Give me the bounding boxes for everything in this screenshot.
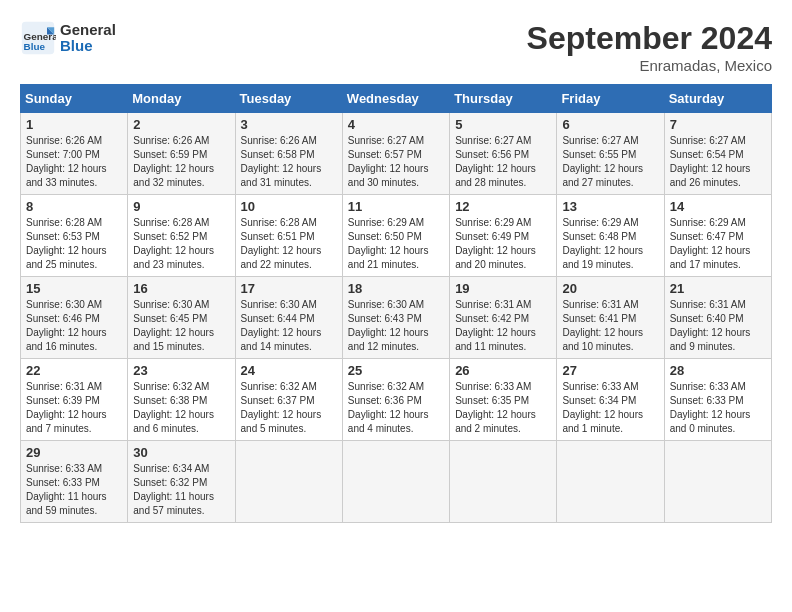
svg-text:Blue: Blue bbox=[24, 41, 46, 52]
day-info: Sunrise: 6:29 AM Sunset: 6:48 PM Dayligh… bbox=[562, 216, 658, 272]
header-tuesday: Tuesday bbox=[235, 85, 342, 113]
calendar-cell: 14Sunrise: 6:29 AM Sunset: 6:47 PM Dayli… bbox=[664, 195, 771, 277]
calendar-cell: 2Sunrise: 6:26 AM Sunset: 6:59 PM Daylig… bbox=[128, 113, 235, 195]
day-number: 15 bbox=[26, 281, 122, 296]
day-info: Sunrise: 6:33 AM Sunset: 6:34 PM Dayligh… bbox=[562, 380, 658, 436]
day-number: 13 bbox=[562, 199, 658, 214]
logo: General Blue General Blue bbox=[20, 20, 116, 56]
calendar-cell: 19Sunrise: 6:31 AM Sunset: 6:42 PM Dayli… bbox=[450, 277, 557, 359]
day-number: 11 bbox=[348, 199, 444, 214]
calendar-cell: 20Sunrise: 6:31 AM Sunset: 6:41 PM Dayli… bbox=[557, 277, 664, 359]
day-number: 23 bbox=[133, 363, 229, 378]
day-info: Sunrise: 6:26 AM Sunset: 6:58 PM Dayligh… bbox=[241, 134, 337, 190]
day-number: 19 bbox=[455, 281, 551, 296]
day-number: 30 bbox=[133, 445, 229, 460]
calendar-header-row: SundayMondayTuesdayWednesdayThursdayFrid… bbox=[21, 85, 772, 113]
calendar-cell: 27Sunrise: 6:33 AM Sunset: 6:34 PM Dayli… bbox=[557, 359, 664, 441]
calendar-cell: 28Sunrise: 6:33 AM Sunset: 6:33 PM Dayli… bbox=[664, 359, 771, 441]
day-number: 9 bbox=[133, 199, 229, 214]
calendar-cell bbox=[450, 441, 557, 523]
calendar-cell: 17Sunrise: 6:30 AM Sunset: 6:44 PM Dayli… bbox=[235, 277, 342, 359]
day-number: 7 bbox=[670, 117, 766, 132]
day-number: 1 bbox=[26, 117, 122, 132]
calendar-cell: 12Sunrise: 6:29 AM Sunset: 6:49 PM Dayli… bbox=[450, 195, 557, 277]
calendar-cell bbox=[235, 441, 342, 523]
day-info: Sunrise: 6:28 AM Sunset: 6:52 PM Dayligh… bbox=[133, 216, 229, 272]
day-info: Sunrise: 6:31 AM Sunset: 6:40 PM Dayligh… bbox=[670, 298, 766, 354]
day-info: Sunrise: 6:27 AM Sunset: 6:54 PM Dayligh… bbox=[670, 134, 766, 190]
calendar-cell: 15Sunrise: 6:30 AM Sunset: 6:46 PM Dayli… bbox=[21, 277, 128, 359]
day-info: Sunrise: 6:28 AM Sunset: 6:51 PM Dayligh… bbox=[241, 216, 337, 272]
day-info: Sunrise: 6:27 AM Sunset: 6:57 PM Dayligh… bbox=[348, 134, 444, 190]
calendar-cell: 23Sunrise: 6:32 AM Sunset: 6:38 PM Dayli… bbox=[128, 359, 235, 441]
day-number: 5 bbox=[455, 117, 551, 132]
title-area: September 2024 Enramadas, Mexico bbox=[527, 20, 772, 74]
day-info: Sunrise: 6:29 AM Sunset: 6:49 PM Dayligh… bbox=[455, 216, 551, 272]
day-info: Sunrise: 6:29 AM Sunset: 6:47 PM Dayligh… bbox=[670, 216, 766, 272]
day-info: Sunrise: 6:33 AM Sunset: 6:35 PM Dayligh… bbox=[455, 380, 551, 436]
calendar-cell: 26Sunrise: 6:33 AM Sunset: 6:35 PM Dayli… bbox=[450, 359, 557, 441]
day-number: 12 bbox=[455, 199, 551, 214]
day-info: Sunrise: 6:31 AM Sunset: 6:42 PM Dayligh… bbox=[455, 298, 551, 354]
day-info: Sunrise: 6:32 AM Sunset: 6:37 PM Dayligh… bbox=[241, 380, 337, 436]
calendar-cell: 18Sunrise: 6:30 AM Sunset: 6:43 PM Dayli… bbox=[342, 277, 449, 359]
calendar-cell: 30Sunrise: 6:34 AM Sunset: 6:32 PM Dayli… bbox=[128, 441, 235, 523]
day-info: Sunrise: 6:27 AM Sunset: 6:56 PM Dayligh… bbox=[455, 134, 551, 190]
calendar-cell: 7Sunrise: 6:27 AM Sunset: 6:54 PM Daylig… bbox=[664, 113, 771, 195]
header-thursday: Thursday bbox=[450, 85, 557, 113]
calendar-cell bbox=[664, 441, 771, 523]
day-number: 6 bbox=[562, 117, 658, 132]
day-info: Sunrise: 6:30 AM Sunset: 6:45 PM Dayligh… bbox=[133, 298, 229, 354]
day-info: Sunrise: 6:32 AM Sunset: 6:38 PM Dayligh… bbox=[133, 380, 229, 436]
calendar-table: SundayMondayTuesdayWednesdayThursdayFrid… bbox=[20, 84, 772, 523]
header: General Blue General Blue September 2024… bbox=[20, 20, 772, 74]
calendar-week-row: 1Sunrise: 6:26 AM Sunset: 7:00 PM Daylig… bbox=[21, 113, 772, 195]
calendar-cell: 24Sunrise: 6:32 AM Sunset: 6:37 PM Dayli… bbox=[235, 359, 342, 441]
calendar-week-row: 29Sunrise: 6:33 AM Sunset: 6:33 PM Dayli… bbox=[21, 441, 772, 523]
day-number: 26 bbox=[455, 363, 551, 378]
day-info: Sunrise: 6:28 AM Sunset: 6:53 PM Dayligh… bbox=[26, 216, 122, 272]
day-number: 2 bbox=[133, 117, 229, 132]
day-number: 8 bbox=[26, 199, 122, 214]
day-info: Sunrise: 6:31 AM Sunset: 6:41 PM Dayligh… bbox=[562, 298, 658, 354]
header-monday: Monday bbox=[128, 85, 235, 113]
header-friday: Friday bbox=[557, 85, 664, 113]
calendar-cell: 4Sunrise: 6:27 AM Sunset: 6:57 PM Daylig… bbox=[342, 113, 449, 195]
day-number: 4 bbox=[348, 117, 444, 132]
day-number: 20 bbox=[562, 281, 658, 296]
day-number: 14 bbox=[670, 199, 766, 214]
month-title: September 2024 bbox=[527, 20, 772, 57]
day-info: Sunrise: 6:32 AM Sunset: 6:36 PM Dayligh… bbox=[348, 380, 444, 436]
calendar-cell: 9Sunrise: 6:28 AM Sunset: 6:52 PM Daylig… bbox=[128, 195, 235, 277]
day-info: Sunrise: 6:29 AM Sunset: 6:50 PM Dayligh… bbox=[348, 216, 444, 272]
calendar-week-row: 8Sunrise: 6:28 AM Sunset: 6:53 PM Daylig… bbox=[21, 195, 772, 277]
calendar-cell: 16Sunrise: 6:30 AM Sunset: 6:45 PM Dayli… bbox=[128, 277, 235, 359]
calendar-cell: 10Sunrise: 6:28 AM Sunset: 6:51 PM Dayli… bbox=[235, 195, 342, 277]
day-info: Sunrise: 6:34 AM Sunset: 6:32 PM Dayligh… bbox=[133, 462, 229, 518]
day-number: 16 bbox=[133, 281, 229, 296]
calendar-cell: 5Sunrise: 6:27 AM Sunset: 6:56 PM Daylig… bbox=[450, 113, 557, 195]
logo-line1: General bbox=[60, 22, 116, 39]
day-info: Sunrise: 6:33 AM Sunset: 6:33 PM Dayligh… bbox=[670, 380, 766, 436]
day-info: Sunrise: 6:27 AM Sunset: 6:55 PM Dayligh… bbox=[562, 134, 658, 190]
header-wednesday: Wednesday bbox=[342, 85, 449, 113]
day-info: Sunrise: 6:31 AM Sunset: 6:39 PM Dayligh… bbox=[26, 380, 122, 436]
calendar-cell: 8Sunrise: 6:28 AM Sunset: 6:53 PM Daylig… bbox=[21, 195, 128, 277]
day-number: 24 bbox=[241, 363, 337, 378]
day-number: 21 bbox=[670, 281, 766, 296]
calendar-cell: 22Sunrise: 6:31 AM Sunset: 6:39 PM Dayli… bbox=[21, 359, 128, 441]
calendar-cell: 29Sunrise: 6:33 AM Sunset: 6:33 PM Dayli… bbox=[21, 441, 128, 523]
day-info: Sunrise: 6:26 AM Sunset: 7:00 PM Dayligh… bbox=[26, 134, 122, 190]
calendar-cell: 11Sunrise: 6:29 AM Sunset: 6:50 PM Dayli… bbox=[342, 195, 449, 277]
calendar-week-row: 15Sunrise: 6:30 AM Sunset: 6:46 PM Dayli… bbox=[21, 277, 772, 359]
calendar-cell: 25Sunrise: 6:32 AM Sunset: 6:36 PM Dayli… bbox=[342, 359, 449, 441]
day-number: 28 bbox=[670, 363, 766, 378]
day-info: Sunrise: 6:26 AM Sunset: 6:59 PM Dayligh… bbox=[133, 134, 229, 190]
header-saturday: Saturday bbox=[664, 85, 771, 113]
day-number: 22 bbox=[26, 363, 122, 378]
calendar-week-row: 22Sunrise: 6:31 AM Sunset: 6:39 PM Dayli… bbox=[21, 359, 772, 441]
day-number: 10 bbox=[241, 199, 337, 214]
day-number: 29 bbox=[26, 445, 122, 460]
calendar-cell bbox=[342, 441, 449, 523]
header-sunday: Sunday bbox=[21, 85, 128, 113]
